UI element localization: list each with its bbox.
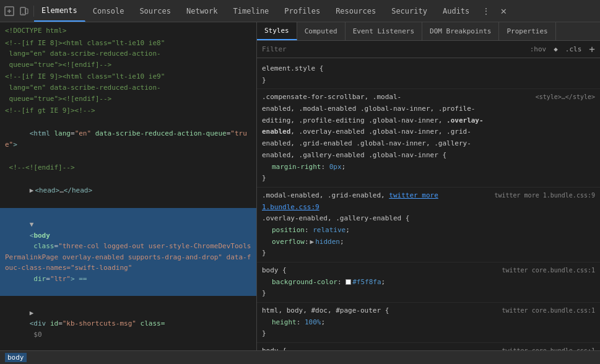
elements-panel: <!DOCTYPE html> <!--[if IE 8]><html clas…	[0, 22, 257, 350]
diamond-icon[interactable]: ◆	[554, 45, 558, 53]
tab-computed[interactable]: Computed	[297, 22, 346, 40]
tab-console[interactable]: Console	[85, 0, 133, 22]
styles-tabs: Styles Computed Event Listeners DOM Brea…	[257, 22, 600, 41]
tab-security[interactable]: Security	[384, 0, 435, 22]
compensate-source[interactable]: <style>…</style>	[536, 92, 595, 102]
add-rule-button[interactable]: +	[589, 45, 595, 54]
position-property: position	[272, 226, 305, 234]
height-property: height	[272, 318, 297, 326]
toolbar-icons	[0, 6, 34, 17]
compensate-selector-line: <style>…</style> .compensate-for-scrollb…	[262, 92, 595, 161]
comment-ie9-line: <!--[if IE 9]><html class="lt-ie10 ie9" …	[0, 71, 256, 105]
height-row: height: 100%;	[262, 317, 595, 329]
more-tabs-button[interactable]: ⋮	[477, 0, 495, 22]
color-swatch	[346, 279, 351, 285]
modal-close: }	[262, 248, 595, 259]
body-last-selector-line: twitter core.bundle.css:1 body {	[262, 345, 595, 350]
html-line[interactable]: <html lang="en" data-scribe-reduced-acti…	[0, 117, 256, 162]
head-collapsed-line[interactable]: ▶<head>…</head>	[0, 174, 256, 208]
modal-selector-line: twitter more 1.bundle.css:9 .modal-enabl…	[262, 190, 595, 225]
overflow-property: overflow	[272, 238, 305, 246]
comment-ie8-line: <!--[if IE 8]><html class="lt-ie10 ie8" …	[0, 37, 256, 71]
filter-input[interactable]	[262, 45, 523, 53]
device-icon[interactable]	[19, 6, 30, 17]
position-row: position: relative;	[262, 225, 595, 236]
tab-event-listeners[interactable]: Event Listeners	[346, 22, 422, 40]
tab-network[interactable]: Network	[179, 0, 226, 22]
filter-options: :hov ◆ .cls +	[528, 45, 595, 54]
bg-color-property: background-color	[272, 278, 337, 286]
element-style-close: }	[262, 75, 595, 87]
modal-source[interactable]: twitter more 1.bundle.css:9	[494, 190, 595, 201]
body-bg-selector-line: twitter core.bundle.css:1 body {	[262, 265, 595, 277]
body-bg-source[interactable]: twitter core.bundle.css:1	[502, 265, 595, 275]
tab-profiles[interactable]: Profiles	[277, 0, 328, 22]
body-bg-block: twitter core.bundle.css:1 body { backgro…	[257, 262, 600, 303]
modal-enabled-block: twitter more 1.bundle.css:9 .modal-enabl…	[257, 188, 600, 262]
html-body-close: }	[262, 328, 595, 340]
tab-dom-breakpoints[interactable]: DOM Breakpoints	[422, 22, 499, 40]
svg-point-5	[22, 13, 24, 14]
tab-audits[interactable]: Audits	[435, 0, 477, 22]
hov-button[interactable]: :hov	[528, 45, 549, 54]
tab-sources[interactable]: Sources	[132, 0, 179, 22]
html-body-selector-line: twitter core.bundle.css:1 html, body, #d…	[262, 305, 595, 317]
element-style-block: element.style { }	[257, 61, 600, 89]
styles-content: element.style { } <style>…</style> .comp…	[257, 58, 600, 350]
tab-styles[interactable]: Styles	[257, 22, 297, 40]
div-kb-shortcuts-line[interactable]: ▶ <div id="kb-shortcuts-msg" class= $0	[0, 296, 256, 350]
element-style-selector: element.style {	[262, 63, 595, 75]
doctype-line: <!DOCTYPE html>	[0, 25, 256, 37]
comment-endif-line: <!--<![endif]-->	[0, 162, 256, 174]
breadcrumb-bar: body	[0, 350, 600, 364]
tabs-bar: Elements Console Sources Network Timelin…	[34, 0, 600, 22]
tab-properties[interactable]: Properties	[499, 22, 555, 40]
html-body-source[interactable]: twitter core.bundle.css:1	[502, 305, 595, 316]
overflow-row: overflow:▶hidden;	[262, 236, 595, 248]
body-last-block: twitter core.bundle.css:1 body {	[257, 343, 600, 350]
filter-bar: :hov ◆ .cls +	[257, 41, 600, 58]
tab-elements[interactable]: Elements	[34, 0, 85, 22]
margin-right-row: margin-right: 0px;	[262, 162, 595, 173]
close-devtools-button[interactable]: ✕	[495, 0, 512, 22]
devtools-toolbar: Elements Console Sources Network Timelin…	[0, 0, 600, 22]
body-bg-close: }	[262, 288, 595, 300]
compensate-scrollbar-block: <style>…</style> .compensate-for-scrollb…	[257, 89, 600, 188]
styles-panel: Styles Computed Event Listeners DOM Brea…	[257, 22, 600, 350]
svg-rect-4	[25, 9, 28, 14]
cls-button[interactable]: .cls	[563, 45, 585, 54]
devtools-main: <!DOCTYPE html> <!--[if IE 8]><html clas…	[0, 22, 600, 350]
bg-color-row: background-color: #f5f8fa;	[262, 277, 595, 288]
breadcrumb-body[interactable]: body	[5, 353, 27, 362]
html-body-block: twitter core.bundle.css:1 html, body, #d…	[257, 303, 600, 343]
body-last-source[interactable]: twitter core.bundle.css:1	[502, 345, 595, 350]
tab-resources[interactable]: Resources	[328, 0, 384, 22]
tab-timeline[interactable]: Timeline	[226, 0, 277, 22]
body-line[interactable]: ▼ <body class="three-col logged-out user…	[0, 208, 256, 297]
inspect-icon[interactable]	[4, 6, 15, 17]
comment-gt-ie9-line: <!--[if gt IE 9]><!-->	[0, 105, 256, 117]
compensate-close: }	[262, 173, 595, 184]
margin-right-property: margin-right	[272, 163, 321, 171]
